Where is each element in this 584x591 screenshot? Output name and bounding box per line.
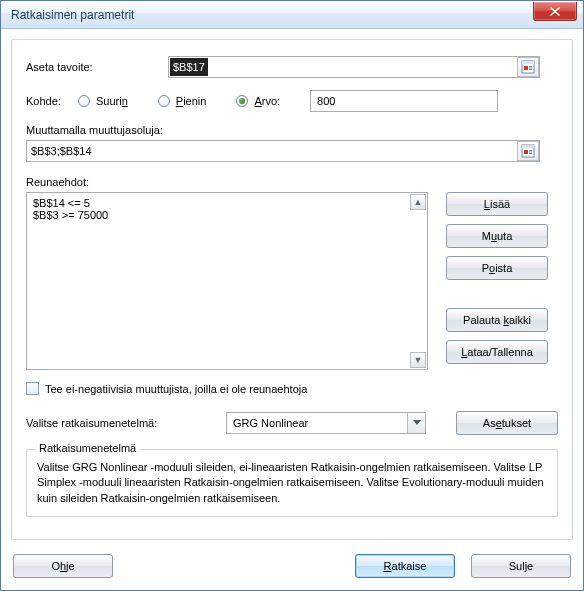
close-button[interactable]: Sulje [471, 554, 571, 578]
solve-button[interactable]: Ratkaise [355, 554, 455, 578]
radio-icon [158, 95, 170, 107]
svg-rect-8 [529, 150, 532, 152]
range-icon [521, 144, 535, 158]
window-title: Ratkaisimen parametrit [11, 8, 134, 22]
nonnegative-checkbox-row[interactable]: Tee ei-negatiivisia muuttujista, joilla … [26, 382, 558, 395]
method-row: Valitse ratkaisumenetelmä: GRG Nonlinear… [26, 411, 558, 435]
set-goal-label: Aseta tavoite: [26, 61, 168, 73]
svg-rect-4 [529, 69, 532, 71]
svg-rect-9 [529, 153, 532, 155]
scroll-up-button[interactable]: ▲ [410, 194, 426, 210]
svg-rect-2 [524, 66, 528, 70]
radio-max-label: Suurin [96, 95, 128, 107]
radio-icon [78, 95, 90, 107]
load-save-button[interactable]: Lataa/Tallenna [446, 340, 548, 364]
change-button[interactable]: Muuta [446, 224, 548, 248]
target-label: Kohde: [26, 95, 78, 107]
set-goal-range-picker[interactable] [517, 57, 539, 77]
constraints-buttons: Lisää Muuta Poista Palauta kaikki Lataa/… [446, 192, 548, 370]
constraint-item[interactable]: $B$3 >= 75000 [33, 209, 421, 221]
delete-button[interactable]: Poista [446, 256, 548, 280]
dialog-window: Ratkaisimen parametrit Aseta tavoite: $B… [0, 0, 584, 591]
dialog-content: Aseta tavoite: $B$17 Kohde: Suurin Pieni… [11, 39, 573, 540]
radio-max[interactable]: Suurin [78, 95, 128, 107]
method-description-text: Valitse GRG Nonlinear -moduuli sileiden,… [37, 460, 547, 506]
checkbox-icon [26, 382, 39, 395]
scroll-down-button[interactable]: ▼ [410, 352, 426, 368]
nonnegative-label: Tee ei-negatiivisia muuttujista, joilla … [45, 383, 307, 395]
change-cells-input-wrap [26, 140, 540, 162]
svg-rect-7 [524, 150, 528, 154]
dialog-footer: Ohje Ratkaise Sulje [13, 554, 571, 578]
radio-min[interactable]: Pienin [158, 95, 207, 107]
footer-right-group: Ratkaise Sulje [355, 554, 571, 578]
radio-value-label: Arvo: [254, 95, 280, 107]
range-icon [521, 60, 535, 74]
target-radio-group: Suurin Pienin Arvo: [78, 95, 280, 107]
set-goal-row: Aseta tavoite: $B$17 [26, 56, 558, 78]
radio-min-label: Pienin [176, 95, 207, 107]
svg-rect-3 [529, 66, 532, 68]
options-button[interactable]: Asetukset [456, 411, 558, 435]
method-description-group: Ratkaisumenetelmä Valitse GRG Nonlinear … [26, 449, 558, 517]
constraints-area: $B$14 <= 5 $B$3 >= 75000 ▲ ▼ Lisää Muuta… [26, 192, 558, 370]
target-row: Kohde: Suurin Pienin Arvo: [26, 90, 558, 112]
svg-rect-6 [522, 145, 534, 148]
help-button[interactable]: Ohje [13, 554, 113, 578]
set-goal-selection: $B$17 [170, 58, 208, 76]
method-select-value: GRG Nonlinear [226, 412, 426, 434]
add-button[interactable]: Lisää [446, 192, 548, 216]
method-select[interactable]: GRG Nonlinear [226, 412, 426, 434]
target-value-input[interactable] [310, 90, 498, 112]
set-goal-input-wrap: $B$17 [168, 56, 540, 78]
constraints-label: Reunaehdot: [26, 176, 558, 188]
radio-icon [236, 95, 248, 107]
titlebar: Ratkaisimen parametrit [1, 1, 583, 29]
set-goal-input[interactable] [168, 56, 540, 78]
chevron-down-icon [407, 413, 425, 433]
change-cells-range-picker[interactable] [517, 141, 539, 161]
method-label: Valitse ratkaisumenetelmä: [26, 417, 196, 429]
change-cells-input[interactable] [26, 140, 540, 162]
reset-button[interactable]: Palauta kaikki [446, 308, 548, 332]
close-window-button[interactable] [533, 2, 577, 21]
constraints-list[interactable]: $B$14 <= 5 $B$3 >= 75000 ▲ ▼ [26, 192, 428, 370]
close-icon [550, 7, 560, 16]
svg-rect-1 [522, 61, 534, 64]
radio-value[interactable]: Arvo: [236, 95, 280, 107]
constraint-item[interactable]: $B$14 <= 5 [33, 197, 421, 209]
method-description-legend: Ratkaisumenetelmä [35, 442, 140, 454]
change-cells-label: Muuttamalla muuttujasoluja: [26, 124, 558, 136]
